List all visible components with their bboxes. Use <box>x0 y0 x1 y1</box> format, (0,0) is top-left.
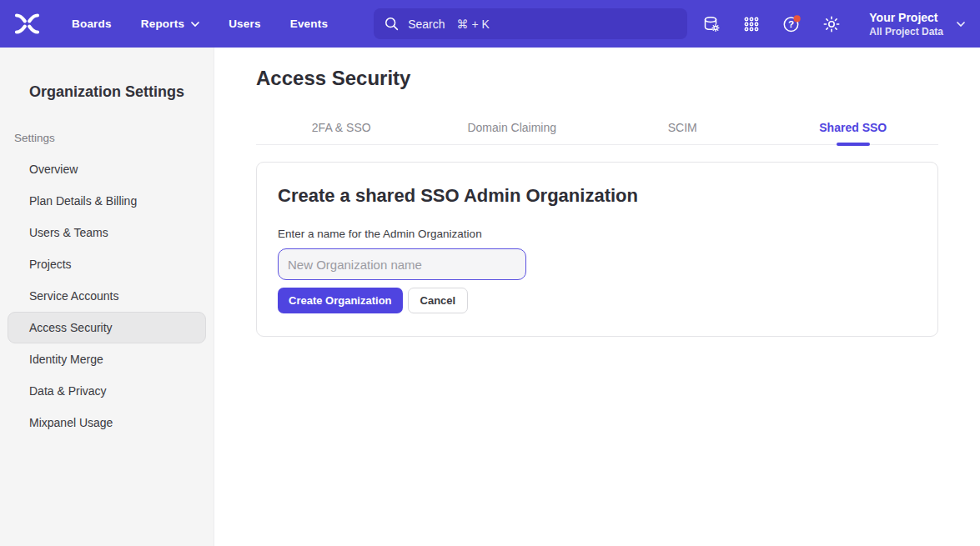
data-management-icon[interactable] <box>702 15 721 33</box>
gear-icon[interactable] <box>822 15 841 33</box>
global-search-bar[interactable]: Search ⌘ + K <box>374 8 687 39</box>
project-name: Your Project <box>869 10 943 25</box>
search-icon <box>384 17 399 31</box>
nav-item-reports[interactable]: Reports <box>141 18 199 30</box>
notification-dot <box>794 15 801 22</box>
nav-item-events[interactable]: Events <box>290 18 328 30</box>
apps-grid-icon[interactable] <box>742 15 761 33</box>
sidebar-section-label: Settings <box>14 132 214 144</box>
search-keyboard-shortcut: ⌘ + K <box>457 18 490 31</box>
sidebar-item-users-teams[interactable]: Users & Teams <box>8 217 206 248</box>
card-title: Create a shared SSO Admin Organization <box>278 185 917 207</box>
sidebar-title: Organization Settings <box>0 83 214 101</box>
sidebar-item-mixpanel-usage[interactable]: Mixpanel Usage <box>8 407 206 438</box>
shared-sso-card: Create a shared SSO Admin Organization E… <box>256 162 938 337</box>
sidebar-item-projects[interactable]: Projects <box>8 248 206 280</box>
search-placeholder: Search <box>408 18 445 31</box>
sidebar-item-data-privacy[interactable]: Data & Privacy <box>8 375 206 407</box>
chevron-down-icon <box>191 22 199 27</box>
nav-item-boards[interactable]: Boards <box>72 18 112 30</box>
tab-scim[interactable]: SCIM <box>597 121 768 144</box>
chevron-down-icon <box>957 22 965 27</box>
help-icon[interactable]: ? <box>782 15 801 33</box>
tab-domain-claiming[interactable]: Domain Claiming <box>427 121 598 144</box>
sidebar-item-identity-merge[interactable]: Identity Merge <box>8 343 206 375</box>
tab-2fa-sso[interactable]: 2FA & SSO <box>256 121 427 144</box>
sidebar-nav: Overview Plan Details & Billing Users & … <box>0 153 214 438</box>
mixpanel-logo[interactable] <box>13 12 41 36</box>
sidebar-item-service-accounts[interactable]: Service Accounts <box>8 280 206 312</box>
access-security-tabs: 2FA & SSO Domain Claiming SCIM Shared SS… <box>256 121 938 145</box>
sidebar-item-access-security[interactable]: Access Security <box>8 312 206 343</box>
primary-nav: Boards Reports Users Events <box>72 18 328 30</box>
settings-sidebar: Organization Settings Settings Overview … <box>0 48 214 546</box>
cancel-button[interactable]: Cancel <box>408 288 469 313</box>
svg-text:?: ? <box>788 19 794 29</box>
nav-item-users[interactable]: Users <box>229 18 261 30</box>
create-organization-button[interactable]: Create Organization <box>278 288 403 313</box>
project-data-scope: All Project Data <box>869 25 943 38</box>
project-selector[interactable]: Your Project All Project Data <box>869 10 965 38</box>
page-title: Access Security <box>256 67 938 90</box>
organization-name-input[interactable] <box>278 248 526 280</box>
top-navbar: Boards Reports Users Events Search ⌘ + K <box>0 0 980 48</box>
sidebar-item-plan-details-billing[interactable]: Plan Details & Billing <box>8 185 206 217</box>
organization-name-label: Enter a name for the Admin Organization <box>278 228 917 240</box>
tab-shared-sso[interactable]: Shared SSO <box>768 121 939 144</box>
main-content: Access Security 2FA & SSO Domain Claimin… <box>214 48 980 546</box>
card-actions: Create Organization Cancel <box>278 288 917 313</box>
sidebar-item-overview[interactable]: Overview <box>8 153 206 185</box>
navbar-right-controls: ? Your Project All Project Data <box>702 10 965 38</box>
